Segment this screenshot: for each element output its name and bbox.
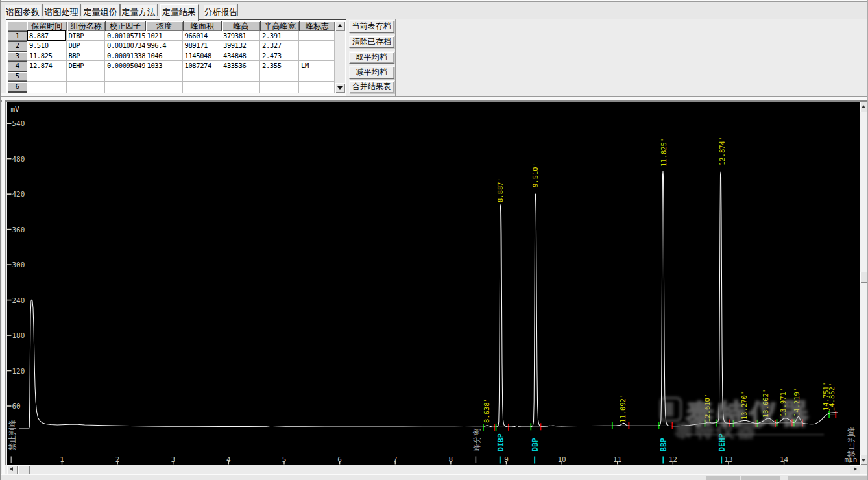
cell-r1-浓度[interactable]: 1021 bbox=[145, 31, 182, 41]
cell-r2-峰面积[interactable]: 989171 bbox=[183, 41, 221, 51]
peak-rt-label: 11.092' bbox=[619, 394, 627, 423]
cell-r5-半高峰宽[interactable] bbox=[260, 71, 298, 81]
cell-r6-峰高[interactable] bbox=[221, 82, 259, 91]
x-tick-label: 13 bbox=[724, 455, 732, 464]
x-tick-label: 8 bbox=[448, 455, 453, 464]
x-tick-label: 11 bbox=[613, 455, 621, 464]
tab-分析报告[interactable]: 分析报告 bbox=[204, 5, 236, 19]
tab-定量组份[interactable]: 定量组份 bbox=[82, 5, 119, 19]
cell-r2-浓度[interactable]: 996.4 bbox=[145, 41, 182, 51]
cell-r3-半高峰宽[interactable]: 2.473 bbox=[260, 51, 298, 61]
tab-label: 定量方法 bbox=[122, 7, 156, 17]
tab-谱图处理[interactable]: 谱图处理 bbox=[44, 5, 79, 19]
button-当前表存档[interactable]: 当前表存档 bbox=[349, 20, 395, 32]
tab-定量结果[interactable]: 定量结果 bbox=[160, 4, 199, 21]
cell-r3-峰标志[interactable] bbox=[299, 51, 334, 61]
event-label: 禁止判峰 bbox=[846, 427, 855, 458]
cell-r4-峰标志[interactable]: LM bbox=[299, 61, 334, 71]
column-header-半高峰宽: 半高峰宽 bbox=[261, 21, 299, 31]
cell-r6-浓度[interactable] bbox=[145, 82, 182, 91]
cell-r6-峰标志[interactable] bbox=[299, 82, 334, 91]
table-scroll-down-button[interactable] bbox=[335, 83, 346, 93]
cell-r3-校正因子[interactable]: 0.00091338 bbox=[105, 51, 145, 61]
table-scroll-up-button[interactable] bbox=[335, 21, 346, 31]
cell-r6-保留时间[interactable] bbox=[27, 82, 66, 91]
cell-r3-保留时间[interactable]: 11.825 bbox=[27, 51, 66, 61]
signal-curve bbox=[19, 171, 838, 429]
cell-r5-组份名称[interactable] bbox=[67, 71, 105, 81]
scroll-left-icon bbox=[10, 467, 13, 471]
cell-r1-峰高[interactable]: 379381 bbox=[221, 31, 259, 41]
tab-谱图参数[interactable]: 谱图参数 bbox=[5, 5, 41, 19]
tab-separator bbox=[157, 4, 158, 16]
tab-定量方法[interactable]: 定量方法 bbox=[121, 5, 156, 19]
plot-horizontal-scrollbar[interactable] bbox=[7, 465, 861, 475]
cell-r1-半高峰宽[interactable]: 2.391 bbox=[260, 31, 298, 41]
cell-r6-组份名称[interactable] bbox=[67, 82, 105, 91]
y-tick-label: 360 bbox=[12, 226, 25, 234]
component-label: DIBP bbox=[496, 433, 505, 451]
cell-r5-峰标志[interactable] bbox=[299, 71, 334, 81]
cell-r3-峰高[interactable]: 434848 bbox=[221, 51, 259, 61]
row-number-1[interactable]: 1 bbox=[8, 32, 28, 42]
table-header-row: 保留时间组份名称校正因子浓度峰面积峰高半高峰宽峰标志 bbox=[27, 21, 335, 31]
plot-scroll-right-button[interactable] bbox=[850, 465, 860, 475]
cell-r4-峰高[interactable]: 433536 bbox=[221, 61, 259, 71]
x-tick-label: 5 bbox=[282, 455, 286, 464]
tab-label: 定量结果 bbox=[162, 7, 196, 17]
y-axis-unit: mV bbox=[10, 105, 19, 114]
cell-r3-峰面积[interactable]: 1145048 bbox=[183, 51, 221, 61]
row-number-3[interactable]: 3 bbox=[8, 52, 28, 62]
button-合并结果表[interactable]: 合并结果表 bbox=[349, 80, 395, 93]
cell-r4-组份名称[interactable]: DEHP bbox=[67, 61, 105, 71]
cell-r1-校正因子[interactable]: 0.00105715 bbox=[105, 31, 145, 41]
column-header-组份名称: 组份名称 bbox=[67, 21, 106, 31]
plot-scroll-left-button[interactable] bbox=[7, 465, 18, 475]
cell-r2-校正因子[interactable]: 0.00100734 bbox=[105, 41, 145, 51]
row-number-4[interactable]: 4 bbox=[8, 62, 28, 71]
cell-r4-峰面积[interactable]: 1087274 bbox=[183, 61, 221, 71]
table-scrollbar[interactable] bbox=[335, 21, 346, 93]
peak-rt-label: 12.874' bbox=[717, 137, 725, 165]
cell-r1-峰面积[interactable]: 966014 bbox=[183, 31, 221, 41]
cell-r4-校正因子[interactable]: 0.00095049 bbox=[105, 61, 145, 71]
cell-r2-峰标志[interactable] bbox=[299, 41, 334, 51]
cell-r3-浓度[interactable]: 1046 bbox=[145, 51, 182, 61]
y-tick-label: 180 bbox=[12, 331, 25, 340]
tab-separator bbox=[42, 4, 43, 16]
row-number-6[interactable]: 6 bbox=[8, 82, 28, 92]
cell-r1-组份名称[interactable]: DIBP bbox=[67, 31, 105, 41]
column-header-峰高: 峰高 bbox=[222, 21, 260, 31]
cell-r4-浓度[interactable]: 1033 bbox=[145, 61, 182, 71]
plot-hscroll-thumb[interactable] bbox=[18, 465, 30, 475]
peak-rt-label: 8.638' bbox=[482, 398, 490, 423]
button-清除已存档[interactable]: 清除已存档 bbox=[349, 36, 395, 48]
cell-r2-保留时间[interactable]: 9.510 bbox=[27, 41, 66, 51]
x-tick-label: 14 bbox=[779, 455, 788, 464]
table-corner-cell bbox=[8, 21, 28, 31]
cell-r5-峰面积[interactable] bbox=[183, 71, 221, 81]
cell-r1-峰标志[interactable] bbox=[299, 31, 334, 41]
button-取平均档[interactable]: 取平均档 bbox=[349, 51, 395, 64]
cell-r2-峰高[interactable]: 399132 bbox=[221, 41, 259, 51]
row-number-2[interactable]: 2 bbox=[8, 42, 28, 51]
cell-r6-半高峰宽[interactable] bbox=[260, 82, 298, 91]
cell-r4-半高峰宽[interactable]: 2.355 bbox=[260, 61, 298, 71]
cell-r6-峰面积[interactable] bbox=[183, 82, 221, 91]
cell-r4-保留时间[interactable]: 12.874 bbox=[27, 61, 66, 71]
cell-r6-校正因子[interactable] bbox=[105, 82, 145, 91]
button-减平均档[interactable]: 减平均档 bbox=[349, 66, 395, 78]
cell-r5-保留时间[interactable] bbox=[27, 71, 66, 81]
cell-r5-峰高[interactable] bbox=[221, 71, 259, 81]
cell-r2-半高峰宽[interactable]: 2.327 bbox=[260, 41, 298, 51]
row-number-5[interactable]: 5 bbox=[8, 72, 28, 82]
watermark-logo-inner bbox=[665, 402, 673, 416]
cell-r5-浓度[interactable] bbox=[145, 71, 182, 81]
tab-label: 谱图参数 bbox=[6, 7, 40, 17]
tab-separator bbox=[80, 4, 81, 16]
cell-r5-校正因子[interactable] bbox=[105, 71, 145, 81]
tab-separator bbox=[237, 4, 238, 16]
cell-r3-组份名称[interactable]: BBP bbox=[67, 51, 105, 61]
watermark-bottom-box bbox=[788, 476, 868, 480]
cell-r2-组份名称[interactable]: DBP bbox=[67, 41, 105, 51]
